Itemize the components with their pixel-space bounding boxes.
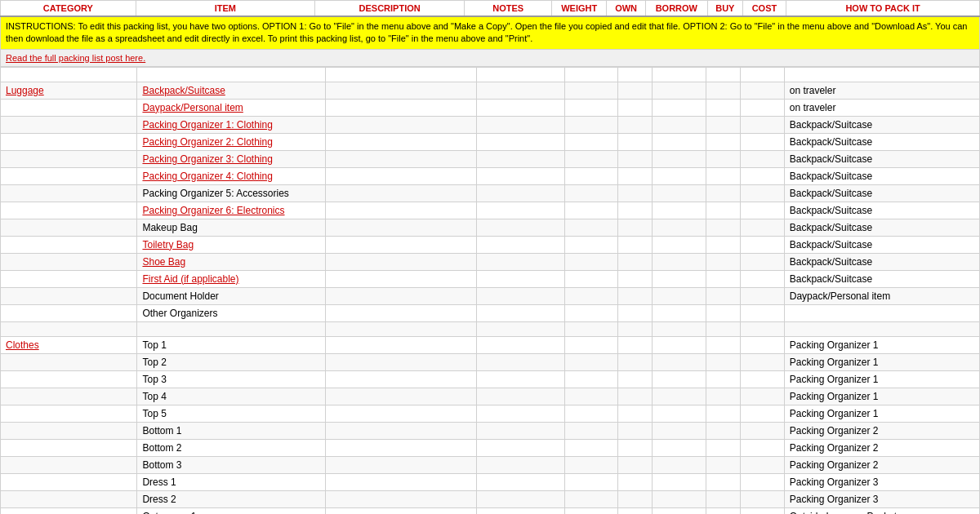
own-cell — [618, 507, 653, 514]
own-cell — [618, 219, 653, 236]
borrow-cell — [653, 167, 706, 184]
own-cell — [618, 99, 653, 116]
category-cell — [1, 150, 137, 167]
table-row: ClothesTop 1Packing Organizer 1 — [1, 336, 980, 353]
borrow-cell — [653, 99, 706, 116]
table-row: Toiletry BagBackpack/Suitcase — [1, 236, 980, 253]
cost-cell — [740, 219, 784, 236]
description-cell — [325, 116, 476, 133]
cost-cell — [740, 202, 784, 219]
category-cell — [1, 236, 137, 253]
category-link[interactable]: Luggage — [6, 85, 44, 96]
howtopack-cell: Packing Organizer 2 — [784, 422, 979, 439]
instructions-text: INSTRUCTIONS: To edit this packing list,… — [1, 16, 980, 49]
item-cell: Bottom 1 — [137, 422, 325, 439]
header-howtopack: HOW TO PACK IT — [786, 1, 980, 17]
item-link[interactable]: Packing Organizer 4: Clothing — [142, 171, 272, 182]
own-cell — [618, 353, 653, 370]
category-cell — [1, 184, 137, 202]
description-cell — [325, 336, 476, 353]
weight-cell — [564, 253, 618, 270]
description-cell — [325, 473, 476, 490]
borrow-cell — [653, 370, 706, 388]
own-cell — [618, 287, 653, 304]
weight-cell — [564, 370, 618, 388]
own-cell — [618, 184, 653, 202]
cost-cell — [740, 439, 784, 456]
cost-cell — [740, 82, 784, 99]
buy-cell — [706, 507, 741, 514]
buy-cell — [706, 353, 741, 370]
item-cell: Packing Organizer 4: Clothing — [137, 167, 325, 184]
description-cell — [325, 236, 476, 253]
item-link[interactable]: Packing Organizer 3: Clothing — [142, 153, 272, 165]
notes-cell — [477, 336, 565, 353]
table-row: Bottom 3Packing Organizer 2 — [1, 456, 980, 473]
table-row: Bottom 2Packing Organizer 2 — [1, 439, 980, 456]
category-cell — [1, 321, 137, 336]
header-cost: COST — [742, 1, 786, 17]
item-link[interactable]: Toiletry Bag — [142, 239, 194, 250]
howtopack-cell: Packing Organizer 3 — [784, 473, 979, 490]
description-cell — [325, 167, 476, 184]
header-buy: BUY — [707, 1, 742, 17]
category-link[interactable]: Clothes — [6, 339, 39, 351]
buy-cell — [706, 67, 741, 82]
item-link[interactable]: First Aid (if applicable) — [142, 273, 238, 285]
buy-cell — [706, 82, 741, 99]
item-cell: Document Holder — [137, 287, 325, 304]
howtopack-cell: Backpack/Suitcase — [784, 202, 979, 219]
howtopack-cell: Backpack/Suitcase — [784, 150, 979, 167]
table-row: Top 2Packing Organizer 1 — [1, 353, 980, 370]
category-cell: Clothes — [1, 336, 137, 353]
cost-cell — [740, 370, 784, 388]
cost-cell — [740, 336, 784, 353]
item-cell: Top 3 — [137, 370, 325, 388]
table-row: Top 3Packing Organizer 1 — [1, 370, 980, 388]
category-cell — [1, 473, 137, 490]
item-link[interactable]: Shoe Bag — [142, 256, 185, 268]
table-row: Packing Organizer 4: ClothingBackpack/Su… — [1, 167, 980, 184]
buy-cell — [706, 422, 741, 439]
buy-cell — [706, 287, 741, 304]
buy-cell — [706, 490, 741, 507]
item-cell: Bottom 3 — [137, 456, 325, 473]
own-cell — [618, 370, 653, 388]
notes-cell — [477, 490, 565, 507]
weight-cell — [564, 336, 618, 353]
own-cell — [618, 167, 653, 184]
read-link-cell[interactable]: Read the full packing list post here. — [1, 49, 980, 66]
description-cell — [325, 507, 476, 514]
header-own: OWN — [607, 1, 645, 17]
borrow-cell — [653, 336, 706, 353]
item-link[interactable]: Daypack/Personal item — [142, 102, 243, 113]
read-link[interactable]: Read the full packing list post here. — [6, 53, 145, 63]
item-cell: Bottom 2 — [137, 439, 325, 456]
item-link[interactable]: Backpack/Suitcase — [142, 85, 225, 96]
buy-cell — [706, 456, 741, 473]
description-cell — [325, 439, 476, 456]
own-cell — [618, 270, 653, 287]
cost-cell — [740, 99, 784, 116]
table-row: Document HolderDaypack/Personal item — [1, 287, 980, 304]
header-notes: NOTES — [465, 1, 552, 17]
item-link[interactable]: Packing Organizer 1: Clothing — [142, 119, 272, 131]
header-item: ITEM — [136, 1, 314, 17]
table-row: Outerwear 1Outside Luggage Pocket — [1, 507, 980, 514]
howtopack-cell: Packing Organizer 1 — [784, 370, 979, 388]
description-cell — [325, 133, 476, 150]
description-cell — [325, 219, 476, 236]
borrow-cell — [653, 270, 706, 287]
cost-cell — [740, 150, 784, 167]
cost-cell — [740, 422, 784, 439]
data-table: LuggageBackpack/Suitcaseon travelerDaypa… — [0, 67, 980, 514]
notes-cell — [477, 133, 565, 150]
item-link[interactable]: Packing Organizer 6: Electronics — [142, 205, 284, 216]
category-cell — [1, 370, 137, 388]
item-link[interactable]: Packing Organizer 2: Clothing — [142, 136, 272, 148]
cost-cell — [740, 507, 784, 514]
weight-cell — [564, 99, 618, 116]
buy-cell — [706, 133, 741, 150]
description-cell — [325, 304, 476, 321]
own-cell — [618, 150, 653, 167]
